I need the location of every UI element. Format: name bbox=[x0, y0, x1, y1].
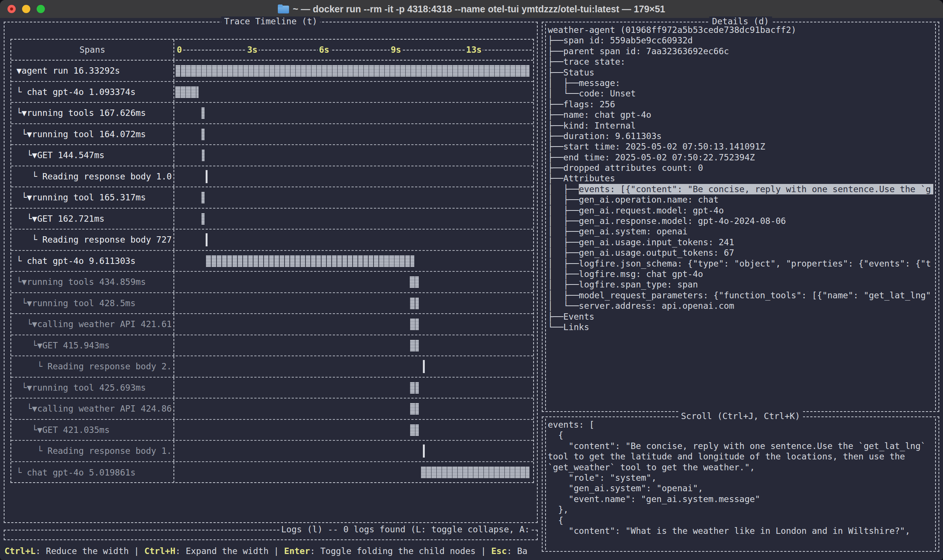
spans-table-header: Spans 03s6s9s13s bbox=[11, 40, 533, 60]
details-tree-line[interactable]: ├──start time: 2025-05-02 07:50:13.14109… bbox=[548, 141, 933, 152]
details-tree-line[interactable]: │ ├──gen_ai.usage.output_tokens: 67 bbox=[548, 248, 933, 258]
span-label: └▼running tool 425.693ms bbox=[11, 378, 174, 398]
scroll-json-line: "content": "Be concise, reply with one s… bbox=[548, 441, 933, 451]
trace-row[interactable]: └ Reading response body 727 bbox=[11, 229, 533, 251]
minimize-button[interactable] bbox=[22, 5, 30, 13]
details-tree-line[interactable]: ├──span id: 559ab5e9cc60932d bbox=[548, 35, 933, 46]
scroll-json-line: "gen_ai.system": "openai", bbox=[548, 483, 933, 494]
scroll-content: events: [ { "content": "Be concise, repl… bbox=[548, 420, 933, 549]
details-tree-line[interactable]: │ ├──message: bbox=[548, 78, 933, 88]
details-tree-line[interactable]: │ ├──logfire.span_type: span bbox=[548, 279, 933, 290]
details-tree-line[interactable]: │ ├──gen_ai.system: openai bbox=[548, 226, 933, 237]
span-label: └ chat gpt-4o 1.093374s bbox=[11, 82, 174, 102]
span-bar-cell bbox=[174, 145, 533, 166]
details-tree-line[interactable]: │ ├──model_request_parameters: {"functio… bbox=[548, 290, 933, 300]
scroll-json-line: events: [ bbox=[548, 420, 933, 430]
span-bar-cell bbox=[174, 293, 533, 314]
trace-row[interactable]: └▼running tool 165.317ms bbox=[11, 187, 533, 209]
details-tree-line[interactable]: │ ├──logfire.msg: chat gpt-4o bbox=[548, 269, 933, 279]
scroll-panel[interactable]: Scroll (Ctrl+J, Ctrl+K) events: [ { "con… bbox=[542, 417, 939, 552]
trace-row[interactable]: └ Reading response body 1.0 bbox=[11, 166, 533, 188]
details-tree-line[interactable]: └──Links bbox=[548, 322, 933, 332]
details-tree-line[interactable]: ├──name: chat gpt-4o bbox=[548, 109, 933, 120]
span-duration-bar bbox=[201, 129, 205, 140]
span-instant-marker bbox=[423, 445, 425, 458]
trace-row[interactable]: └ chat gpt-4o 1.093374s bbox=[11, 82, 533, 103]
trace-row[interactable]: ▼agent run 16.33292s bbox=[11, 60, 533, 82]
span-label: ▼agent run 16.33292s bbox=[11, 60, 174, 81]
details-tree-line[interactable]: ├──trace state: bbox=[548, 57, 933, 67]
span-label: └▼GET 415.943ms bbox=[11, 335, 174, 356]
span-duration-bar bbox=[409, 276, 419, 288]
status-key-hint: Esc bbox=[491, 546, 507, 556]
span-bar-cell bbox=[174, 441, 533, 461]
status-key-hint: Enter bbox=[284, 546, 310, 556]
trace-row[interactable]: └▼running tool 425.693ms bbox=[11, 378, 533, 399]
trace-row[interactable]: └▼running tool 164.072ms bbox=[11, 124, 533, 145]
details-tree-line[interactable]: ├──parent span id: 7aa32363692ec66c bbox=[548, 46, 933, 57]
scroll-json-line: tool to get the latitude and longitude o… bbox=[548, 451, 933, 462]
trace-row[interactable]: └▼running tools 167.626ms bbox=[11, 103, 533, 124]
details-tree-line[interactable]: ├──kind: Internal bbox=[548, 120, 933, 131]
trace-row[interactable]: └▼running tool 428.5ms bbox=[11, 293, 533, 314]
status-key-hint: Ctrl+H bbox=[144, 546, 175, 556]
terminal-content: Trace Timeline (t) Spans 03s6s9s13s ▼age… bbox=[0, 18, 943, 560]
span-label: └ Reading response body 1.0 bbox=[11, 166, 174, 187]
span-duration-bar bbox=[175, 86, 198, 98]
details-tree-line[interactable]: │ └──code: Unset bbox=[548, 88, 933, 99]
tree-connector: │ ├── bbox=[548, 184, 579, 194]
scroll-json-line: }, bbox=[548, 504, 933, 515]
span-instant-marker bbox=[206, 233, 208, 246]
trace-row[interactable]: └▼calling weather API 424.86 bbox=[11, 398, 533, 420]
details-tree-line[interactable]: │ ├──gen_ai.response.model: gpt-4o-2024-… bbox=[548, 216, 933, 226]
span-duration-bar bbox=[410, 340, 419, 351]
details-tree-line[interactable]: │ ├──gen_ai.usage.input_tokens: 241 bbox=[548, 237, 933, 248]
trace-row[interactable]: └ chat gpt-4o 5.019861s bbox=[11, 462, 533, 483]
timeline-axis: 03s6s9s13s bbox=[174, 40, 533, 60]
close-button[interactable] bbox=[8, 5, 16, 13]
spans-column-header: Spans bbox=[11, 40, 174, 60]
details-tree-line[interactable]: ├──duration: 9.611303s bbox=[548, 131, 933, 141]
trace-row[interactable]: └ chat gpt-4o 9.611303s bbox=[11, 251, 533, 272]
scroll-json-line: "role": "system", bbox=[548, 472, 933, 483]
trace-row[interactable]: └▼GET 421.035ms bbox=[11, 420, 533, 441]
span-label: └▼running tool 164.072ms bbox=[11, 124, 174, 145]
trace-row[interactable]: └ Reading response body 2. bbox=[11, 356, 533, 378]
span-duration-bar bbox=[410, 424, 419, 436]
span-label: └ Reading response body 727 bbox=[11, 229, 174, 250]
trace-row[interactable]: └▼GET 144.547ms bbox=[11, 145, 533, 166]
span-instant-marker bbox=[423, 360, 425, 373]
details-tree-line[interactable]: ├──end time: 2025-05-02 07:50:22.752394Z bbox=[548, 152, 933, 163]
span-label: └▼GET 144.547ms bbox=[11, 145, 174, 166]
trace-row[interactable]: └▼GET 162.721ms bbox=[11, 209, 533, 230]
trace-row[interactable]: └▼calling weather API 421.61 bbox=[11, 314, 533, 335]
span-duration-bar bbox=[409, 298, 419, 309]
details-tree-line[interactable]: │ ├──gen_ai.request.model: gpt-4o bbox=[548, 205, 933, 216]
selected-attribute[interactable]: events: [{"content": "Be concise, reply … bbox=[579, 184, 933, 194]
details-tree-line[interactable]: ├──Attributes bbox=[548, 173, 933, 183]
details-tree-line[interactable]: │ ├──events: [{"content": "Be concise, r… bbox=[548, 184, 933, 194]
details-tree-line[interactable]: │ ├──gen_ai.operation.name: chat bbox=[548, 194, 933, 205]
details-content: weather-agent (01968ff972a5b53cede738dc9… bbox=[548, 25, 933, 410]
details-tree-line[interactable]: ├──flags: 256 bbox=[548, 99, 933, 109]
scroll-json-line: { bbox=[548, 515, 933, 526]
trace-row[interactable]: └▼GET 415.943ms bbox=[11, 335, 533, 357]
span-duration-bar bbox=[410, 403, 419, 415]
details-panel: Details (d) weather-agent (01968ff972a5b… bbox=[542, 22, 939, 412]
traffic-lights bbox=[8, 5, 45, 13]
status-hint-text: : Reduce the width | bbox=[35, 546, 144, 556]
axis-tick-label: 6s bbox=[318, 45, 331, 55]
details-tree-line[interactable]: ├──dropped attributes count: 0 bbox=[548, 163, 933, 173]
zoom-button[interactable] bbox=[37, 5, 45, 13]
trace-row[interactable]: └ Reading response body 1. bbox=[11, 441, 533, 462]
details-tree-line[interactable]: │ ├──logfire.json_schema: {"type": "obje… bbox=[548, 258, 933, 269]
span-bar-cell bbox=[174, 229, 533, 250]
logs-panel[interactable]: Logs (l) -- 0 logs found (L: toggle coll… bbox=[4, 530, 538, 540]
details-tree-line[interactable]: weather-agent (01968ff972a5b53cede738dc9… bbox=[548, 25, 933, 35]
details-tree-line[interactable]: ├──Status bbox=[548, 67, 933, 78]
span-bar-cell bbox=[174, 124, 533, 145]
trace-row[interactable]: └▼running tools 434.859ms bbox=[11, 272, 533, 293]
details-tree-line[interactable]: ├──Events bbox=[548, 311, 933, 322]
scroll-json-line: "content": "What is the weather like in … bbox=[548, 526, 933, 536]
details-tree-line[interactable]: │ └──server.address: api.openai.com bbox=[548, 300, 933, 311]
